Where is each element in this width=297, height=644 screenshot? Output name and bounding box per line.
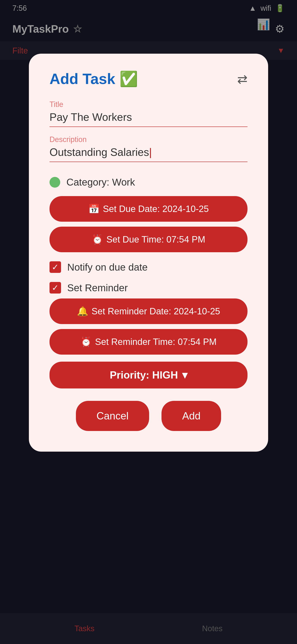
set-reminder-time-button[interactable]: ⏰ Set Reminder Time: 07:54 PM (49, 329, 248, 354)
chevron-down-icon: ▾ (182, 369, 187, 381)
description-field-group: Description Outstanding Salaries (49, 135, 248, 162)
description-label: Description (49, 135, 248, 144)
priority-button[interactable]: Priority: HIGH ▾ (49, 362, 248, 388)
reminder-time-label: Set Reminder Time: 07:54 PM (95, 337, 217, 347)
set-reminder-date-button[interactable]: 🔔 Set Reminder Date: 2024-10-25 (49, 298, 248, 324)
priority-label: Priority: HIGH (110, 369, 178, 381)
due-time-label: Set Due Time: 07:54 PM (106, 234, 205, 244)
dialog-title: Add Task ✅ (49, 70, 138, 88)
reminder-clock-icon: ⏰ (80, 336, 92, 347)
set-due-date-button[interactable]: 📅 Set Due Date: 2024-10-25 (49, 196, 248, 222)
category-dot (49, 177, 60, 188)
add-button[interactable]: Add (162, 401, 221, 431)
category-label: Category: Work (66, 176, 135, 188)
cancel-button[interactable]: Cancel (76, 401, 149, 431)
notify-checkbox[interactable]: ✓ (49, 261, 61, 273)
reminder-checkbox[interactable]: ✓ (49, 282, 61, 294)
add-task-dialog: Add Task ✅ ⇄ Title Pay The Workers Descr… (29, 54, 268, 452)
description-input[interactable]: Outstanding Salaries (49, 146, 248, 162)
title-input[interactable]: Pay The Workers (49, 111, 248, 126)
dialog-footer: Cancel Add (49, 401, 248, 431)
bell-icon: 🔔 (77, 306, 88, 317)
reminder-checkbox-row[interactable]: ✓ Set Reminder (49, 282, 248, 294)
category-row[interactable]: Category: Work (49, 176, 248, 188)
title-field-group: Title Pay The Workers (49, 100, 248, 127)
notify-checkbox-row[interactable]: ✓ Notify on due date (49, 261, 248, 273)
due-date-label: Set Due Date: 2024-10-25 (103, 204, 209, 214)
dialog-header: Add Task ✅ ⇄ (49, 70, 248, 88)
calendar-icon: 📅 (88, 204, 100, 214)
reminder-label: Set Reminder (67, 282, 128, 294)
clock-icon: ⏰ (92, 234, 103, 245)
title-label: Title (49, 100, 248, 109)
reminder-date-label: Set Reminder Date: 2024-10-25 (92, 306, 220, 316)
notify-check-mark: ✓ (52, 262, 59, 272)
set-due-time-button[interactable]: ⏰ Set Due Time: 07:54 PM (49, 227, 248, 252)
reminder-check-mark: ✓ (52, 283, 59, 292)
refresh-icon[interactable]: ⇄ (237, 72, 248, 86)
notify-label: Notify on due date (67, 262, 148, 273)
